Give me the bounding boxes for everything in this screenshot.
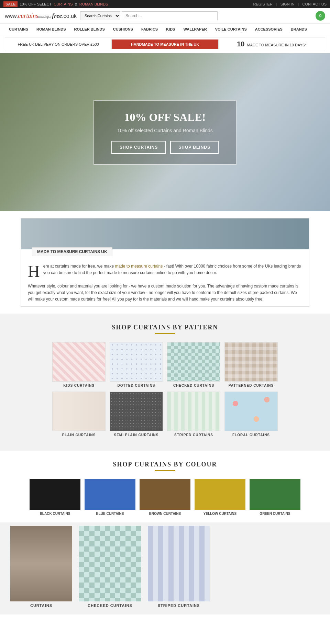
- curtain-plain-img: [10, 526, 72, 601]
- colour-black-label: BLACK CURTAINS: [30, 512, 80, 516]
- top-bar: SALE 10% OFF SELECT CURTAINS & ROMAN BLI…: [0, 0, 330, 8]
- pattern-dotted[interactable]: DOTTED CURTAINS: [110, 342, 163, 387]
- hero-overlay: 10% OFF SALE! 10% off selected Curtains …: [94, 100, 236, 165]
- pattern-striped[interactable]: STRIPED CURTAINS: [167, 392, 220, 437]
- pattern-plain-label: PLAIN CURTAINS: [52, 433, 106, 437]
- colour-green[interactable]: GREEN CURTAINS: [250, 479, 300, 516]
- search-area: Search Curtains: [80, 11, 218, 20]
- curtains-grid: CURTAINS CHECKED CURTAINS STRIPED CURTAI…: [7, 526, 323, 608]
- pattern-checked-img: [167, 342, 220, 382]
- curtain-plain[interactable]: CURTAINS: [7, 526, 76, 608]
- pattern-divider: [155, 333, 175, 334]
- nav-fabrics[interactable]: FABRICS: [137, 24, 162, 35]
- nav-curtains[interactable]: CURTAINS: [5, 24, 32, 35]
- colour-divider: [155, 470, 175, 471]
- logo[interactable]: www.curtainsmadeforfree.co.uk: [5, 12, 77, 20]
- pattern-patterned-img: [224, 342, 278, 382]
- search-input[interactable]: [122, 11, 218, 20]
- pattern-dotted-label: DOTTED CURTAINS: [110, 384, 163, 387]
- nav-roman-blinds[interactable]: ROMAN BLINDS: [32, 24, 70, 35]
- info-bar: FREE UK DELIVERY ON ORDERS OVER £500 HAN…: [5, 37, 325, 51]
- top-curtains-link[interactable]: CURTAINS: [54, 2, 73, 6]
- pattern-checked-label: CHECKED CURTAINS: [167, 384, 220, 387]
- shop-blinds-button[interactable]: SHOP BLINDS: [170, 141, 219, 154]
- logo-brand: curtainsmadeforfree: [18, 12, 62, 19]
- pattern-floral[interactable]: FLORAL CURTAINS: [224, 392, 278, 437]
- top-blinds-link[interactable]: ROMAN BLINDS: [79, 2, 108, 6]
- sign-in-link[interactable]: SIGN IN: [280, 2, 295, 6]
- curtains-section: CURTAINS CHECKED CURTAINS STRIPED CURTAI…: [0, 522, 330, 614]
- colour-green-label: GREEN CURTAINS: [250, 512, 300, 516]
- colour-blue-label: BLUE CURTAINS: [85, 512, 135, 516]
- pattern-floral-label: FLORAL CURTAINS: [224, 433, 278, 437]
- colour-section: SHOP CURTAINS BY COLOUR BLACK CURTAINS B…: [0, 451, 330, 522]
- colour-black[interactable]: BLACK CURTAINS: [30, 479, 80, 516]
- pattern-kids[interactable]: KIDS CURTAINS: [52, 342, 106, 387]
- pattern-kids-img: [52, 342, 106, 382]
- pattern-semi-plain[interactable]: SEMI PLAIN CURTAINS: [110, 392, 163, 437]
- curtain-striped[interactable]: STRIPED CURTAINS: [144, 526, 213, 608]
- content-paragraph: Whatever style, colour and material you …: [28, 283, 302, 303]
- colour-yellow[interactable]: YELLOW CURTAINS: [195, 479, 245, 516]
- pattern-semi-plain-img: [110, 392, 163, 431]
- content-section: MADE TO MEASURE CURTAINS UK H ere at cur…: [21, 218, 309, 307]
- pattern-plain[interactable]: PLAIN CURTAINS: [52, 392, 106, 437]
- nav-cushions[interactable]: CUSHIONS: [109, 24, 137, 35]
- register-link[interactable]: REGISTER: [253, 2, 273, 6]
- curtain-striped-img: [148, 526, 210, 601]
- pattern-floral-img: [224, 392, 278, 431]
- top-and: &: [75, 2, 77, 6]
- nav-brands[interactable]: BRANDS: [287, 24, 311, 35]
- logo-suffix: .co.uk: [62, 13, 77, 19]
- shop-curtains-button[interactable]: SHOP CURTAINS: [111, 141, 166, 154]
- content-title: MADE TO MEASURE CURTAINS UK: [32, 247, 112, 256]
- pattern-semi-plain-label: SEMI PLAIN CURTAINS: [110, 433, 163, 437]
- contact-link[interactable]: CONTACT US: [302, 2, 327, 6]
- days-info: 10 MADE TO MEASURE IN 10 DAYS*: [219, 37, 325, 51]
- content-image: [21, 218, 309, 249]
- curtain-striped-label: STRIPED CURTAINS: [144, 603, 213, 608]
- drop-cap-paragraph: H ere at curtains made for free, we make…: [28, 263, 302, 280]
- pattern-section: SHOP CURTAINS BY PATTERN KIDS CURTAINS D…: [0, 314, 330, 451]
- search-dropdown[interactable]: Search Curtains: [80, 11, 120, 20]
- delivery-info: FREE UK DELIVERY ON ORDERS OVER £500: [5, 39, 112, 49]
- curtain-checked-label: CHECKED CURTAINS: [76, 603, 144, 608]
- colour-brown-swatch: [140, 479, 190, 510]
- colour-brown-label: BROWN CURTAINS: [140, 512, 190, 516]
- drop-cap-text: ere at curtains made for free, we make m…: [43, 263, 302, 280]
- curtain-plain-label: CURTAINS: [7, 603, 76, 608]
- hero-buttons: SHOP CURTAINS SHOP BLINDS: [111, 141, 219, 154]
- pattern-striped-img: [167, 392, 220, 431]
- colour-section-title: SHOP CURTAINS BY COLOUR: [7, 461, 323, 468]
- pattern-dotted-img: [110, 342, 163, 382]
- handmade-info: HANDMADE TO MEASURE IN THE UK: [112, 39, 218, 49]
- cart-icon[interactable]: 0: [316, 11, 325, 21]
- colour-grid: BLACK CURTAINS BLUE CURTAINS BROWN CURTA…: [7, 479, 323, 516]
- hero-banner: 10% OFF SALE! 10% off selected Curtains …: [0, 53, 330, 211]
- curtain-checked-img: [79, 526, 141, 601]
- pattern-patterned[interactable]: PATTERNED CURTAINS: [224, 342, 278, 387]
- drop-cap: H: [28, 263, 40, 280]
- header: www.curtainsmadeforfree.co.uk Search Cur…: [0, 8, 330, 24]
- nav-accessories[interactable]: ACCESSORIES: [251, 24, 287, 35]
- nav-kids[interactable]: KIDS: [162, 24, 179, 35]
- pattern-checked[interactable]: CHECKED CURTAINS: [167, 342, 220, 387]
- pattern-kids-label: KIDS CURTAINS: [52, 384, 106, 387]
- colour-blue-swatch: [85, 479, 135, 510]
- curtain-checked[interactable]: CHECKED CURTAINS: [76, 526, 144, 608]
- nav-roller-blinds[interactable]: ROLLER BLINDS: [70, 24, 109, 35]
- pattern-striped-label: STRIPED CURTAINS: [167, 433, 220, 437]
- top-bar-left: SALE 10% OFF SELECT CURTAINS & ROMAN BLI…: [3, 1, 108, 7]
- content-body: H ere at curtains made for free, we make…: [21, 256, 309, 306]
- sale-badge: SALE: [3, 1, 18, 7]
- logo-prefix: www.: [5, 13, 18, 19]
- pattern-plain-img: [52, 392, 106, 431]
- nav-voile[interactable]: VOILE CURTAINS: [211, 24, 251, 35]
- colour-brown[interactable]: BROWN CURTAINS: [140, 479, 190, 516]
- hero-title: 10% OFF SALE!: [111, 111, 219, 124]
- colour-blue[interactable]: BLUE CURTAINS: [85, 479, 135, 516]
- nav-wallpaper[interactable]: WALLPAPER: [179, 24, 211, 35]
- hero-subtitle: 10% off selected Curtains and Roman Blin…: [111, 128, 219, 133]
- colour-green-swatch: [250, 479, 300, 510]
- made-to-measure-link[interactable]: made to measure curtains: [115, 264, 163, 269]
